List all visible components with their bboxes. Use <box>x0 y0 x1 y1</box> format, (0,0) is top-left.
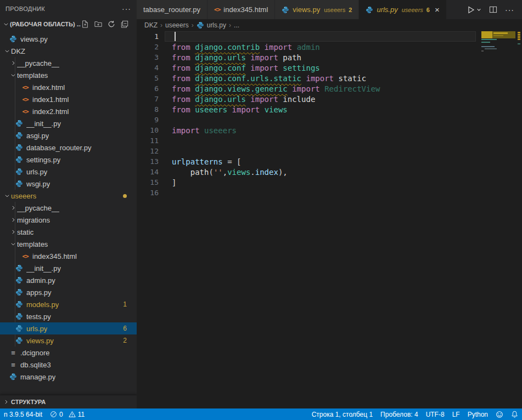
tree-file-db.sqlite3[interactable]: ≡db.sqlite3 <box>0 359 137 371</box>
breadcrumb-item-...[interactable]: ... <box>234 21 239 29</box>
overview-ruler[interactable] <box>517 31 522 408</box>
collapse-all-icon[interactable] <box>120 20 129 29</box>
tree-file-index1.html[interactable]: <>index1.html <box>0 93 137 105</box>
run-button[interactable] <box>467 5 481 14</box>
tree-file-asgi.py[interactable]: asgi.py <box>0 129 137 141</box>
explorer-more-actions-icon[interactable]: ··· <box>122 4 131 13</box>
new-file-icon[interactable] <box>81 20 89 29</box>
tab-index345.html[interactable]: <>index345.html <box>207 0 274 19</box>
code-line-2[interactable]: 2from django.contrib import admin <box>137 42 522 52</box>
tree-file-tests.py[interactable]: tests.py <box>0 310 137 322</box>
tree-file-apps.py[interactable]: apps.py <box>0 286 137 298</box>
line-number[interactable]: 10 <box>137 126 159 134</box>
code-line-9[interactable]: 9 <box>137 115 522 125</box>
code-line-14[interactable]: 14 path('',views.index), <box>137 167 522 177</box>
tree-file-__init__.py[interactable]: __init__.py <box>0 262 137 274</box>
line-number[interactable]: 2 <box>137 43 159 51</box>
tree-folder-migrations[interactable]: migrations <box>0 214 137 226</box>
line-number[interactable]: 14 <box>137 168 159 176</box>
tab-views.py[interactable]: views.pyuseeers2 <box>275 0 358 19</box>
line-number[interactable]: 12 <box>137 147 159 155</box>
breadcrumb-item-DKZ[interactable]: DKZ <box>144 21 158 29</box>
line-number[interactable]: 1 <box>137 32 159 41</box>
code-line-3[interactable]: 3from django.urls import path <box>137 52 522 63</box>
split-editor-button[interactable] <box>489 5 497 14</box>
breadcrumb-item-useeers[interactable]: useeers <box>165 21 189 29</box>
new-folder-icon[interactable] <box>94 20 103 29</box>
code-line-8[interactable]: 8from useeers import views <box>137 104 522 115</box>
status-python-interpreter[interactable]: n 3.9.5 64-bit <box>0 408 46 420</box>
status-cursor-position[interactable]: Строка 1, столбец 1 <box>308 408 377 420</box>
tree-file-wsgi.py[interactable]: wsgi.py <box>0 178 137 190</box>
status-language-mode[interactable]: Python <box>464 408 492 420</box>
close-icon[interactable]: × <box>435 5 440 14</box>
code-line-12[interactable]: 12 <box>137 146 522 156</box>
tab-tabase_roouter.py[interactable]: tabase_roouter.py <box>137 0 207 19</box>
tree-file-admin.py[interactable]: admin.py <box>0 274 137 286</box>
breadcrumb-item-urls.py[interactable]: urls.py <box>197 21 226 29</box>
line-number[interactable]: 13 <box>137 157 159 166</box>
tree-file-database_roouter.py[interactable]: database_roouter.py <box>0 141 137 154</box>
line-number[interactable]: 7 <box>137 95 159 103</box>
code-line-6[interactable]: 6from django.views.generic import Redire… <box>137 83 522 94</box>
code-line-16[interactable]: 16 <box>137 188 522 198</box>
tab-urls.py[interactable]: urls.pyuseeers6× <box>359 0 446 19</box>
status-feedback[interactable] <box>492 408 507 420</box>
code-line-1[interactable]: 1 <box>137 31 522 42</box>
token <box>190 84 195 93</box>
line-number[interactable]: 4 <box>137 64 159 72</box>
line-number[interactable]: 8 <box>137 105 159 113</box>
line-number[interactable]: 16 <box>137 189 159 197</box>
tree-folder-useeers[interactable]: useeers <box>0 190 137 202</box>
chevron-down-icon <box>9 72 17 78</box>
tree-folder-__pycache__[interactable]: __pycache__ <box>0 57 137 69</box>
tree-file-settings.py[interactable]: settings.py <box>0 154 137 166</box>
code-line-10[interactable]: 10import useeers <box>137 125 522 135</box>
tree-folder-__pycache__[interactable]: __pycache__ <box>0 202 137 214</box>
token: from <box>172 53 190 62</box>
tree-file-models.py[interactable]: models.py1 <box>0 298 137 310</box>
tree-folder-DKZ[interactable]: DKZ <box>0 45 137 57</box>
tree-folder-static[interactable]: static <box>0 226 137 238</box>
line-number[interactable]: 5 <box>137 74 159 82</box>
tree-file-manage.py[interactable]: manage.py <box>0 371 137 383</box>
tree-file-.dcignore[interactable]: ≡.dcignore <box>0 347 137 359</box>
more-actions-button[interactable]: ··· <box>505 5 514 14</box>
line-number[interactable]: 15 <box>137 178 159 186</box>
tree-item-label: admin.py <box>26 276 55 285</box>
code-line-15[interactable]: 15] <box>137 177 522 188</box>
tree-file-urls.py[interactable]: urls.py <box>0 166 137 178</box>
status-problems[interactable]: 011 <box>46 408 88 420</box>
tree-file-views.py[interactable]: views.py <box>0 33 137 45</box>
line-number[interactable]: 3 <box>137 53 159 61</box>
tab-problems-badge: 2 <box>349 7 352 13</box>
token <box>320 84 324 93</box>
tree-file-index345.html[interactable]: <>index345.html <box>0 250 137 262</box>
code-editor[interactable]: 12from django.contrib import admin3from … <box>137 31 522 408</box>
code-line-11[interactable]: 11 <box>137 135 522 146</box>
code-line-content: path('',views.index), <box>172 168 288 177</box>
status-notifications[interactable] <box>507 408 522 420</box>
status-encoding[interactable]: UTF-8 <box>422 408 448 420</box>
code-line-13[interactable]: 13urlpatterns = [ <box>137 156 522 167</box>
status-indentation[interactable]: Пробелов: 4 <box>377 408 422 420</box>
line-number[interactable]: 11 <box>137 137 159 145</box>
line-number[interactable]: 9 <box>137 116 159 124</box>
tree-file-index.html[interactable]: <>index.html <box>0 81 137 93</box>
tree-file-__init__.py[interactable]: __init__.py <box>0 117 137 129</box>
status-eol[interactable]: LF <box>448 408 464 420</box>
outline-section-header[interactable]: СТРУКТУРА <box>0 395 137 408</box>
code-line-7[interactable]: 7from django.urls import include <box>137 94 522 104</box>
minimap[interactable] <box>480 31 517 97</box>
refresh-icon[interactable] <box>107 20 116 29</box>
line-number[interactable]: 6 <box>137 84 159 93</box>
tree-file-views.py[interactable]: views.py2 <box>0 334 137 347</box>
workspace-section-header[interactable]: (РАБОЧАЯ ОБЛАСТЬ) ... <box>0 18 137 31</box>
tree-folder-templates[interactable]: templates <box>0 69 137 81</box>
breadcrumb-label: urls.py <box>207 21 226 29</box>
tree-file-index2.html[interactable]: <>index2.html <box>0 105 137 117</box>
code-line-4[interactable]: 4from django.conf import settings <box>137 63 522 73</box>
tree-file-urls.py[interactable]: urls.py6 <box>0 322 137 334</box>
tree-folder-templates[interactable]: templates <box>0 238 137 250</box>
code-line-5[interactable]: 5from django.conf.urls.static import sta… <box>137 73 522 83</box>
